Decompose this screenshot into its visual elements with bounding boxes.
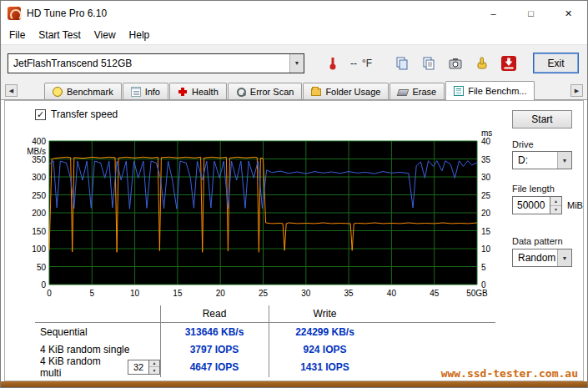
- copy-image-icon: [395, 56, 410, 71]
- menu-item-start-test[interactable]: Start Test: [32, 27, 87, 43]
- svg-text:300: 300: [32, 173, 46, 182]
- svg-text:50: 50: [37, 263, 47, 272]
- hand-icon: [475, 56, 490, 71]
- table-header-row: Read Write: [35, 305, 495, 323]
- start-button[interactable]: Start: [512, 110, 572, 128]
- svg-text:15: 15: [481, 227, 491, 236]
- menu-item-help[interactable]: Help: [123, 27, 157, 43]
- benchmark-icon: [53, 87, 63, 97]
- svg-text:20: 20: [216, 289, 226, 298]
- row-label: Sequential: [35, 326, 160, 338]
- data-pattern-value: Random: [513, 252, 557, 264]
- menu-item-view[interactable]: View: [88, 27, 123, 43]
- file-benchmark-page: ✓ Transfer speed 40035030025020015010050…: [4, 100, 584, 381]
- queue-depth-value[interactable]: 32: [128, 360, 149, 375]
- svg-text:200: 200: [32, 209, 46, 218]
- close-button[interactable]: ✕: [550, 1, 587, 26]
- results-table: Read Write Sequential 313646 KB/s 224299…: [35, 305, 495, 375]
- tab-label: File Benchm...: [468, 86, 526, 96]
- copy-text-button[interactable]: [417, 52, 440, 74]
- tab-health[interactable]: Health: [169, 83, 227, 99]
- menu-item-file[interactable]: File: [3, 27, 32, 43]
- minimize-button[interactable]: –: [475, 1, 512, 26]
- svg-text:0: 0: [41, 280, 46, 290]
- svg-text:MB/s: MB/s: [27, 147, 46, 156]
- queue-depth-buttons: ▲ ▼: [149, 360, 160, 375]
- bottom-accent-bar: [1, 381, 587, 387]
- data-pattern-select[interactable]: Random ▼: [512, 249, 572, 267]
- folder-icon: [311, 88, 321, 96]
- svg-text:50GB: 50GB: [466, 289, 488, 298]
- tab-file-benchmark[interactable]: File Benchm...: [445, 81, 535, 100]
- temperature-button[interactable]: [321, 52, 344, 74]
- tab-strip: ◀ Benchmark Info Health Error Scan Folde…: [1, 81, 587, 100]
- svg-text:10: 10: [481, 244, 491, 254]
- svg-text:0: 0: [47, 289, 52, 298]
- exit-button[interactable]: Exit: [533, 53, 579, 73]
- svg-text:15: 15: [173, 289, 183, 298]
- row-label-group: 4 KiB random multi 32 ▲ ▼: [35, 355, 160, 379]
- tab-label: Folder Usage: [325, 87, 380, 97]
- tab-scroll-left-icon[interactable]: ◀: [5, 84, 18, 97]
- tab-info[interactable]: Info: [123, 83, 168, 99]
- sequential-read-value: 313646 KB/s: [160, 326, 269, 338]
- row-label: 4 KiB random multi: [40, 355, 123, 379]
- temperature-unit: °F: [362, 58, 372, 69]
- drive-select-value: D:: [513, 154, 557, 166]
- svg-text:350: 350: [32, 155, 46, 164]
- spin-down-icon[interactable]: ▼: [550, 206, 561, 214]
- eraser-icon: [397, 89, 410, 96]
- sequential-write-value: 224299 KB/s: [269, 326, 381, 338]
- menu-bar: File Start Test View Help: [1, 26, 587, 44]
- spin-up-icon[interactable]: ▲: [149, 360, 159, 368]
- read-column-header: Read: [160, 308, 269, 320]
- file-length-control: 50000 ▲ ▼ MiB: [512, 196, 583, 214]
- file-length-stepper: ▲ ▼: [550, 196, 562, 214]
- svg-text:100: 100: [32, 244, 46, 254]
- spin-down-icon[interactable]: ▼: [149, 367, 159, 374]
- transfer-speed-label: Transfer speed: [51, 108, 118, 120]
- table-divider: [269, 305, 269, 377]
- transfer-speed-checkbox[interactable]: ✓: [35, 109, 46, 120]
- maximize-button[interactable]: □: [512, 1, 550, 26]
- chevron-down-icon[interactable]: ▼: [557, 152, 571, 169]
- tab-error-scan[interactable]: Error Scan: [228, 83, 303, 99]
- tab-folder-usage[interactable]: Folder Usage: [303, 83, 389, 99]
- queue-depth-stepper[interactable]: 32 ▲ ▼: [128, 360, 160, 375]
- write-column-header: Write: [269, 308, 381, 320]
- row-label: 4 KiB random single: [35, 344, 160, 355]
- app-icon: [8, 7, 21, 20]
- table-divider: [160, 305, 161, 377]
- file-icon: [454, 86, 464, 96]
- health-cross-icon: [178, 87, 188, 97]
- svg-text:5: 5: [90, 289, 95, 298]
- svg-text:10: 10: [130, 289, 140, 298]
- tab-benchmark[interactable]: Benchmark: [44, 83, 122, 99]
- drive-select[interactable]: D: ▼: [512, 151, 572, 169]
- device-selector[interactable]: JetFlashTranscend 512GB ▼: [8, 53, 304, 73]
- chevron-down-icon[interactable]: ▼: [289, 54, 304, 73]
- window-title: HD Tune Pro 6.10: [27, 8, 107, 19]
- svg-text:35: 35: [344, 289, 354, 298]
- tab-erase[interactable]: Erase: [389, 83, 445, 99]
- title-bar: HD Tune Pro 6.10 – □ ✕: [1, 1, 587, 26]
- file-length-input[interactable]: 50000: [512, 196, 550, 214]
- device-selector-value: JetFlashTranscend 512GB: [8, 58, 289, 69]
- window-controls: – □ ✕: [475, 1, 587, 26]
- screenshot-button[interactable]: [444, 52, 466, 74]
- tab-label: Info: [145, 87, 160, 97]
- chevron-down-icon[interactable]: ▼: [557, 249, 571, 266]
- spin-up-icon[interactable]: ▲: [550, 197, 561, 206]
- svg-text:35: 35: [481, 155, 491, 164]
- table-row: Sequential 313646 KB/s 224299 KB/s: [35, 323, 495, 340]
- donate-button[interactable]: [470, 52, 493, 74]
- tab-scroll-right-icon[interactable]: ▶: [570, 84, 583, 97]
- copy-image-button[interactable]: [390, 52, 413, 74]
- svg-text:30: 30: [301, 289, 311, 298]
- svg-text:250: 250: [32, 191, 46, 200]
- temperature-value: --: [350, 58, 357, 69]
- file-length-label: File length: [512, 184, 555, 194]
- random-single-write-value: 924 IOPS: [269, 344, 381, 355]
- chart-canvas: 400350300250200150100500MB/s403530252015…: [27, 126, 498, 303]
- save-button[interactable]: [497, 52, 520, 74]
